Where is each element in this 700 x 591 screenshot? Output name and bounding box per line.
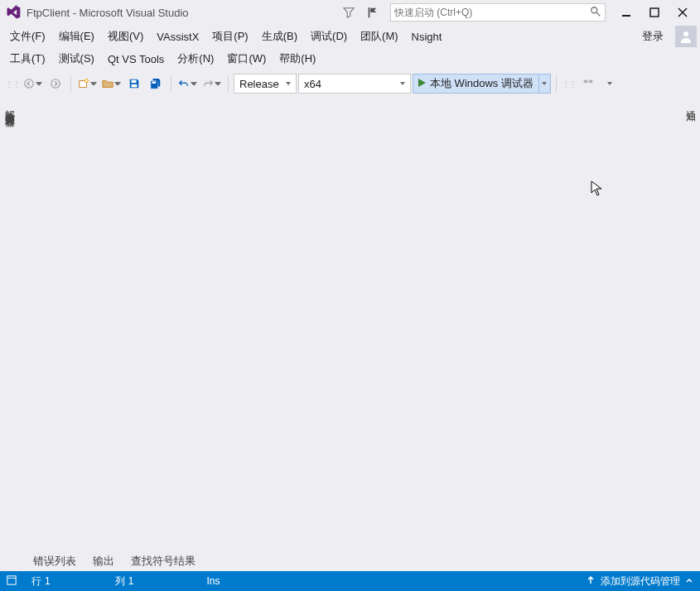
play-icon (417, 78, 427, 90)
menu-window[interactable]: 窗口(W) (220, 48, 273, 70)
window-title: FtpClient - Microsoft Visual Studio (27, 7, 189, 19)
menu-nsight[interactable]: Nsight (405, 27, 449, 46)
debug-label: 本地 Windows 调试器 (430, 76, 533, 91)
chevron-up-icon[interactable] (685, 575, 693, 587)
editor-area (19, 98, 681, 551)
title-bar: FtpClient - Microsoft Visual Studio (0, 0, 700, 25)
notifications-tab[interactable]: 通知 (681, 98, 700, 551)
menu-project[interactable]: 项目(P) (205, 26, 254, 47)
tab-find-symbol[interactable]: 查找符号结果 (123, 551, 204, 571)
svg-line-1 (596, 12, 600, 15)
close-button[interactable] (670, 2, 695, 22)
menu-file[interactable]: 文件(F) (3, 26, 52, 47)
platform-value: x64 (304, 78, 321, 90)
svg-rect-2 (622, 15, 630, 17)
menu-bar-1: 文件(F) 编辑(E) 视图(V) VAssistX 项目(P) 生成(B) 调… (0, 25, 700, 48)
svg-point-5 (25, 79, 34, 89)
grip-icon: ⋮⋮ (5, 79, 20, 89)
menu-edit[interactable]: 编辑(E) (52, 26, 101, 47)
save-button[interactable] (124, 74, 144, 94)
save-all-button[interactable] (146, 74, 166, 94)
menu-view[interactable]: 视图(V) (101, 26, 150, 47)
search-icon[interactable] (590, 6, 601, 20)
menu-analyze[interactable]: 分析(N) (171, 48, 220, 70)
svg-rect-13 (589, 80, 592, 84)
menu-tools[interactable]: 工具(T) (3, 48, 52, 70)
main-toolbar: ⋮⋮ Release x64 (0, 70, 700, 98)
publish-icon[interactable] (586, 575, 596, 588)
window-layout-icon[interactable] (7, 575, 17, 588)
status-column[interactable]: 列 1 (115, 574, 134, 589)
minimize-button[interactable] (614, 2, 639, 22)
maximize-button[interactable] (642, 2, 667, 22)
chevron-down-icon (286, 82, 291, 85)
svg-rect-10 (132, 84, 138, 88)
solution-explorer-tab[interactable]: 解决方案资源管理器 (0, 98, 19, 551)
grip-icon: ⋮⋮ (562, 79, 577, 89)
filter-icon[interactable] (339, 2, 359, 22)
svg-rect-12 (584, 80, 587, 84)
menu-qt[interactable]: Qt VS Tools (101, 50, 171, 69)
source-control-button[interactable]: 添加到源代码管理 (601, 574, 680, 589)
notifications-flag-icon[interactable] (362, 2, 382, 22)
svg-point-0 (591, 7, 597, 12)
start-debug-button[interactable]: 本地 Windows 调试器 (413, 74, 539, 94)
redo-button[interactable] (200, 74, 223, 94)
chevron-down-icon (400, 82, 405, 85)
status-line[interactable]: 行 1 (31, 574, 51, 589)
svg-point-6 (51, 79, 60, 89)
open-file-button[interactable] (100, 74, 123, 94)
menu-vassistx[interactable]: VAssistX (150, 27, 205, 46)
svg-rect-11 (152, 81, 156, 84)
toolbar-separator (228, 75, 229, 92)
workspace: 解决方案资源管理器 通知 (0, 98, 700, 551)
menu-test[interactable]: 测试(S) (52, 48, 101, 70)
mouse-cursor-icon (591, 180, 604, 199)
overflow-button[interactable] (578, 74, 598, 94)
start-debug-group: 本地 Windows 调试器 (413, 74, 551, 94)
menu-debug[interactable]: 调试(D) (304, 26, 354, 47)
start-debug-dropdown[interactable] (539, 74, 551, 94)
toolbar-separator (556, 75, 557, 92)
toolbar-options-button[interactable] (600, 74, 620, 94)
new-project-button[interactable] (76, 74, 99, 94)
svg-rect-9 (132, 80, 137, 84)
toolbar-separator (171, 75, 171, 92)
undo-button[interactable] (176, 74, 199, 94)
bottom-tabs: 错误列表 输出 查找符号结果 (0, 551, 700, 571)
menu-team[interactable]: 团队(M) (354, 26, 405, 47)
login-link[interactable]: 登录 (635, 26, 670, 47)
tab-error-list[interactable]: 错误列表 (25, 551, 84, 571)
status-bar: 行 1 列 1 Ins 添加到源代码管理 (0, 571, 700, 591)
status-ins[interactable]: Ins (206, 575, 220, 587)
menu-help[interactable]: 帮助(H) (273, 48, 322, 70)
svg-point-4 (683, 31, 688, 36)
toolbar-separator (70, 75, 71, 92)
chevron-down-icon (542, 82, 547, 85)
quick-launch-input[interactable] (390, 3, 606, 22)
nav-forward-button[interactable] (46, 74, 65, 94)
menu-build[interactable]: 生成(B) (255, 26, 304, 47)
config-value: Release (239, 78, 279, 90)
svg-rect-14 (7, 575, 16, 584)
nav-back-button[interactable] (22, 74, 44, 94)
tab-output[interactable]: 输出 (84, 551, 123, 571)
config-combo[interactable]: Release (234, 74, 297, 94)
quick-launch-field[interactable] (394, 7, 590, 18)
user-avatar-icon[interactable] (675, 26, 697, 47)
platform-combo[interactable]: x64 (298, 74, 411, 94)
menu-bar-2: 工具(T) 测试(S) Qt VS Tools 分析(N) 窗口(W) 帮助(H… (0, 48, 700, 70)
svg-rect-3 (650, 8, 659, 17)
vs-logo-icon (5, 4, 22, 21)
